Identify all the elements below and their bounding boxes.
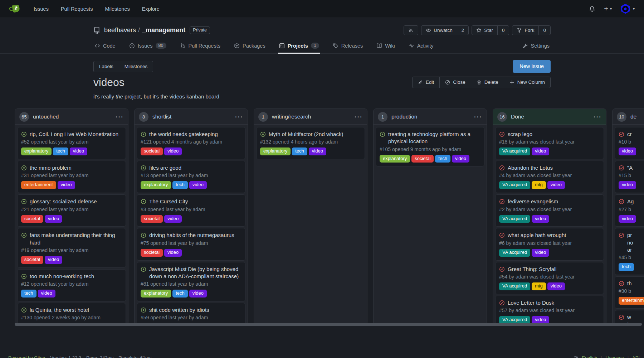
issue-card[interactable]: Myth of Multifactor (2nd whack)#132 open… — [256, 127, 365, 159]
issue-card[interactable]: Ag#27 bvideo — [615, 194, 644, 227]
tab-code[interactable]: Code — [93, 39, 117, 54]
gitea-logo[interactable] — [9, 3, 21, 15]
open-issue-icon — [21, 274, 27, 279]
api-link[interactable]: API — [632, 355, 640, 358]
nav-link-pull-requests[interactable]: Pull Requests — [61, 6, 93, 12]
issue-title[interactable]: Love Letter to Dusk — [508, 299, 554, 306]
tab-issues[interactable]: Issues 80 — [128, 39, 167, 54]
issue-card[interactable]: the world needs gatekeeping#121 opened 4… — [137, 127, 245, 159]
delete-button[interactable]: Delete — [471, 77, 504, 88]
nav-link-milestones[interactable]: Milestones — [105, 6, 130, 12]
column-menu-icon[interactable]: ··· — [474, 114, 482, 120]
repo-name-link[interactable]: _management — [142, 26, 185, 34]
issue-title[interactable]: what apple hath wrought — [508, 232, 566, 239]
issue-card[interactable]: The Cursed City#3 opened last year by ad… — [137, 194, 245, 227]
milestones-button[interactable]: Milestones — [119, 61, 153, 72]
licenses-link[interactable]: Licenses — [605, 355, 624, 358]
issue-card[interactable]: what apple hath wrought#6 by adam was cl… — [495, 228, 604, 260]
column-menu-icon[interactable]: ··· — [355, 114, 363, 120]
user-menu[interactable]: ▾ — [620, 4, 635, 14]
tab-settings[interactable]: Settings — [521, 39, 551, 54]
footer-left: Powered by Gitea Version: 1.22.3 Page: 2… — [8, 355, 151, 358]
column-menu-icon[interactable]: ··· — [594, 114, 602, 120]
issue-card[interactable]: la Quinta, the worst hotel#130 opened 2 … — [17, 303, 126, 325]
issue-title[interactable]: scrap lego — [508, 131, 532, 138]
rss-button[interactable] — [404, 25, 418, 35]
issue-title[interactable]: fediverse evangelism — [508, 198, 558, 205]
create-new-menu[interactable]: + ▾ — [604, 5, 612, 13]
issue-card[interactable]: w I w#102 — [615, 310, 644, 325]
column-menu-icon[interactable]: ··· — [116, 114, 124, 120]
issue-title[interactable]: treating a technology platform as a phys… — [388, 131, 480, 145]
issue-label: video — [164, 147, 182, 155]
issue-title[interactable]: pr no ar — [627, 232, 633, 253]
tab-activity[interactable]: Activity — [408, 39, 435, 54]
forks-count[interactable]: 0 — [538, 26, 550, 35]
tab-releases[interactable]: Releases — [332, 39, 364, 54]
star-button[interactable]: Star 0 — [472, 25, 509, 35]
issue-title[interactable]: Ag — [627, 198, 634, 205]
tab-wiki[interactable]: Wiki — [375, 39, 396, 54]
issue-title[interactable]: th — [627, 280, 632, 287]
issue-title[interactable]: glossary: socialized defense — [30, 198, 97, 205]
issue-title[interactable]: rip, Coil. Long Live Web Monetization — [30, 131, 118, 138]
issue-card[interactable]: treating a technology platform as a phys… — [376, 127, 484, 166]
issue-title[interactable]: the mmo problem — [30, 164, 72, 171]
issue-title[interactable]: files are good — [149, 164, 181, 171]
issue-card[interactable]: glossary: socialized defense#21 opened l… — [17, 194, 126, 227]
edit-button[interactable]: Edit — [413, 77, 439, 88]
powered-by-link[interactable]: Powered by Gitea — [8, 355, 45, 358]
new-issue-button[interactable]: New Issue — [513, 60, 551, 73]
labels-button[interactable]: Labels — [94, 61, 119, 72]
issue-card[interactable]: th#30 bentertainment — [615, 276, 644, 309]
issue-card[interactable]: Abandon the Lotus#4 by adam was closed l… — [495, 161, 604, 193]
issue-card[interactable]: files are good#13 opened last year by ad… — [137, 161, 245, 193]
issue-card[interactable]: scrap lego#18 by adam was closed last ye… — [495, 127, 604, 159]
repo-owner-link[interactable]: beefhavers — [104, 26, 136, 34]
tab-projects[interactable]: Projects 1 — [278, 39, 320, 54]
issue-card[interactable]: fans make understanding their thing hard… — [17, 228, 126, 267]
issue-title[interactable]: cr — [627, 131, 632, 138]
language-link[interactable]: English — [582, 355, 597, 358]
horizontal-scrollbar[interactable] — [15, 323, 642, 326]
notifications-bell-icon[interactable] — [589, 6, 595, 12]
nav-link-issues[interactable]: Issues — [34, 6, 49, 12]
issue-meta: #13 opened last year by adam — [141, 173, 241, 178]
column-menu-icon[interactable]: ··· — [235, 114, 243, 120]
tab-pull-requests[interactable]: Pull Requests — [179, 39, 221, 54]
issue-title[interactable]: the world needs gatekeeping — [149, 131, 218, 138]
new-column-button[interactable]: New Column — [504, 77, 550, 88]
watch-button[interactable]: Unwatch 2 — [421, 25, 469, 35]
issue-card[interactable]: Great Thing: Scryfall#54 by adam was clo… — [495, 262, 604, 294]
issue-title[interactable]: "A — [627, 164, 633, 171]
issue-card[interactable]: Love Letter to Dusk#57 by adam was close… — [495, 296, 604, 325]
issue-title[interactable]: Javascript Must Die (by being shoved dow… — [149, 266, 241, 280]
issue-title[interactable]: Great Thing: Scryfall — [508, 266, 556, 273]
issue-title[interactable]: fans make understanding their thing hard — [30, 232, 122, 246]
nav-link-explore[interactable]: Explore — [142, 6, 160, 12]
close-button[interactable]: Close — [439, 77, 471, 88]
issue-card[interactable]: fediverse evangelism#2 by adam was close… — [495, 194, 604, 227]
issue-card[interactable]: too much non-working tech#12 opened last… — [17, 269, 126, 301]
issue-title[interactable]: Myth of Multifactor (2nd whack) — [269, 131, 343, 138]
issue-card[interactable]: pr no ar#45 btech — [615, 228, 644, 275]
issue-title[interactable]: The Cursed City — [149, 198, 188, 205]
issue-card[interactable]: shit code written by idiots#59 opened la… — [137, 303, 245, 325]
fork-button[interactable]: Fork 0 — [512, 25, 551, 35]
issue-card[interactable]: rip, Coil. Long Live Web Monetization#52… — [17, 127, 126, 159]
issue-title[interactable]: shit code written by idiots — [149, 306, 209, 314]
issue-card[interactable]: driving habits of the nutmegasaurus#75 o… — [137, 228, 245, 260]
issue-title[interactable]: la Quinta, the worst hotel — [30, 306, 89, 314]
issue-title[interactable]: Abandon the Lotus — [508, 164, 553, 171]
issue-meta: #59 opened last year by adam — [141, 315, 241, 320]
tab-packages[interactable]: Packages — [233, 39, 267, 54]
column-count-badge: 16 — [497, 112, 507, 122]
stars-count[interactable]: 0 — [497, 26, 509, 35]
issue-card[interactable]: Javascript Must Die (by being shoved dow… — [137, 262, 245, 301]
issue-card[interactable]: cr#10 bvideo — [615, 127, 644, 159]
issue-title[interactable]: driving habits of the nutmegasaurus — [149, 232, 234, 239]
watchers-count[interactable]: 2 — [457, 26, 469, 35]
issue-title[interactable]: too much non-working tech — [30, 273, 94, 280]
issue-card[interactable]: the mmo problem#31 opened last year by a… — [17, 161, 126, 193]
issue-card[interactable]: "A#15 bvideo — [615, 161, 644, 193]
